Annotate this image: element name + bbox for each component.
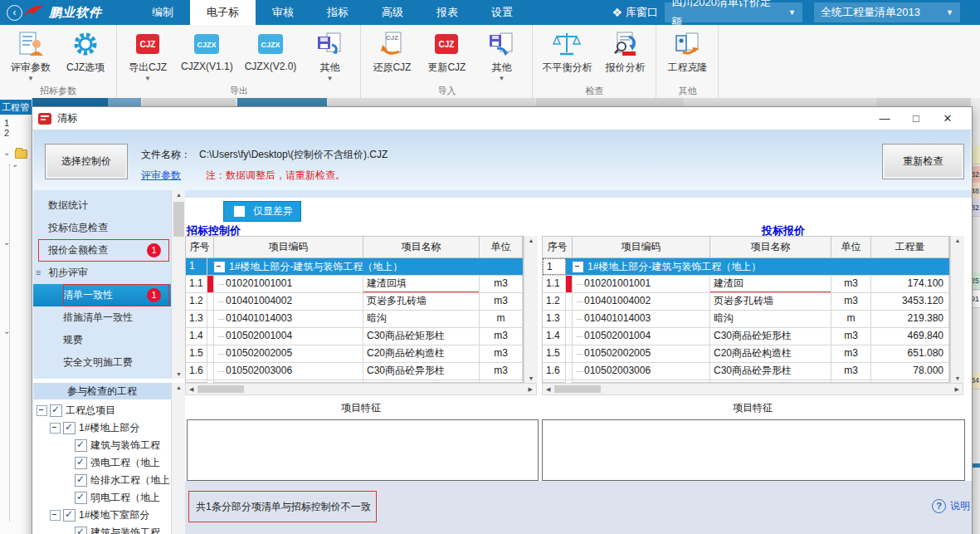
ribbon-button-1-2[interactable]: CJZ选项	[58, 27, 113, 85]
menu-item-1[interactable]: 编制	[135, 0, 190, 25]
maximize-icon[interactable]: □	[900, 108, 932, 130]
tree-checkbox[interactable]	[75, 474, 87, 487]
menu-item-4[interactable]: 指标	[310, 0, 365, 25]
control-price-table[interactable]: 序号项目编码项目名称单位11#楼地上部分-建筑与装饰工程（地上）1.1····0…	[185, 236, 524, 383]
cell-no[interactable]: 1.3	[186, 311, 207, 327]
cell-code[interactable]: ····010401004002	[214, 293, 363, 310]
cell-no[interactable]: 1.2	[186, 293, 207, 310]
cell-code[interactable]: ····010502002005	[214, 345, 363, 362]
project-manager-tab[interactable]: 工程管	[0, 100, 32, 115]
nav-item-2[interactable]: 投标信息检查	[33, 217, 171, 239]
cell-unit[interactable]: m3	[831, 276, 871, 292]
nav-item-6[interactable]: 措施清单一致性	[33, 306, 171, 329]
scroll-up-icon[interactable]: ▲	[172, 192, 186, 198]
tree-checkbox[interactable]	[75, 457, 87, 469]
tree-item-1[interactable]: 工程总项目	[33, 402, 171, 419]
tree-checkbox[interactable]	[75, 527, 87, 534]
ribbon-button-2-4[interactable]: 其他▼	[302, 27, 357, 85]
cell-name[interactable]: 页岩多孔砖墙	[363, 293, 480, 310]
cell-name[interactable]: 暗沟	[363, 311, 480, 327]
ribbon-button-4-2[interactable]: 报价分析	[597, 27, 652, 85]
nav-item-5[interactable]: 清单一致性1	[33, 284, 171, 306]
ribbon-button-1-1[interactable]: 评审参数▼	[3, 27, 58, 85]
tree-item-3[interactable]: 建筑与装饰工程	[33, 437, 171, 454]
column-header-4[interactable]: 单位	[831, 237, 871, 257]
tree-expand-icon[interactable]	[37, 405, 47, 416]
tree-item-8[interactable]: 建筑与装饰工程	[33, 524, 171, 534]
ribbon-button-4-1[interactable]: 不平衡分析	[536, 27, 597, 85]
scrollbar-thumb[interactable]	[197, 385, 244, 393]
cell-name[interactable]: C20商品砼构造柱	[363, 345, 480, 362]
table-row[interactable]: 1.3····010401014003暗沟m	[186, 311, 523, 328]
table-row[interactable]: 1.5····010502002005C20商品砼构造柱m3	[186, 345, 523, 363]
cell-unit[interactable]: m3	[831, 345, 871, 362]
dialog-titlebar[interactable]: 清标 — □ ✕	[32, 107, 972, 130]
table-row[interactable]: 1.6····010502003006C30商品砼异形柱m3	[186, 363, 523, 380]
column-header-3[interactable]: 项目名称	[710, 237, 831, 257]
ribbon-button-2-2[interactable]: CJZXCJZX(V1.1)	[175, 27, 239, 85]
tree-item-6[interactable]: 弱电工程（地上	[33, 489, 171, 507]
cell-code[interactable]: ····010201001001	[214, 276, 363, 292]
close-icon[interactable]: ✕	[932, 108, 963, 130]
cell-unit[interactable]: m3	[480, 363, 523, 380]
cell-code[interactable]: ····010502002005	[573, 345, 710, 362]
table-row[interactable]: 1.2····010401004002页岩多孔砖墙m3	[186, 293, 523, 311]
scroll-up-icon[interactable]: ▲	[951, 238, 964, 243]
cell-unit[interactable]: m	[480, 311, 523, 327]
scroll-up-icon[interactable]: ▲	[172, 385, 186, 390]
menu-item-6[interactable]: 报表	[420, 0, 475, 25]
cell-name[interactable]: C30商品砼异形柱	[363, 363, 480, 380]
cell-code[interactable]: ····010201001001	[573, 276, 710, 292]
library-select-2[interactable]: 全统工程量清单2013▼	[814, 2, 960, 22]
cell-no[interactable]: 1.4	[186, 328, 207, 345]
scroll-up-icon[interactable]: ▲	[524, 238, 538, 243]
select-control-price-button[interactable]: 选择控制价	[45, 144, 128, 179]
column-header-4[interactable]: 单位	[480, 237, 523, 257]
ribbon-button-2-3[interactable]: CJZXCJZX(V2.0)	[239, 27, 303, 85]
bid-table-hscrollbar[interactable]: ◀ ▶	[542, 383, 963, 395]
table-row[interactable]: 1.1····010201001001建渣回m3174.100	[543, 276, 949, 293]
scroll-left-icon[interactable]: ◀	[546, 384, 550, 394]
nav-item-4[interactable]: ≡初步评审	[33, 262, 171, 284]
cell-group-name[interactable]: 1#楼地上部分-建筑与装饰工程（地上）	[566, 258, 949, 275]
cell-no[interactable]: 1.6	[186, 363, 207, 380]
scrollbar-thumb[interactable]	[173, 202, 184, 237]
scroll-right-icon[interactable]: ▶	[955, 384, 959, 394]
table-row[interactable]: 1.3····010401014003暗沟m219.380	[543, 311, 949, 328]
menu-item-7[interactable]: 设置	[475, 0, 529, 25]
tree-expand-icon[interactable]	[50, 423, 61, 434]
column-header-1[interactable]: 序号	[186, 237, 214, 257]
nav-scrollbar[interactable]: ▲ ▼	[171, 190, 186, 379]
bid-table-vscrollbar[interactable]: ▲ ▼	[950, 236, 964, 383]
feature-text-left[interactable]	[187, 419, 539, 481]
column-header-5[interactable]: 工程量	[871, 237, 949, 257]
collapse-icon[interactable]	[573, 262, 583, 272]
ribbon-button-2-1[interactable]: CJZ导出CJZ▼	[120, 27, 175, 85]
recheck-button[interactable]: 重新检查	[882, 144, 964, 179]
tree-expand-icon[interactable]	[50, 510, 61, 521]
feature-text-right[interactable]	[542, 419, 965, 481]
cell-no[interactable]: 1.1	[543, 276, 566, 292]
cell-name[interactable]: C20商品砼构造柱	[710, 345, 831, 362]
cell-name[interactable]: C30商品砼矩形柱	[363, 328, 480, 345]
cell-code[interactable]: ····010502003006	[214, 363, 363, 380]
cell-name[interactable]: C30商品砼矩形柱	[710, 328, 831, 345]
review-params-link[interactable]: 评审参数	[141, 169, 181, 183]
table-row[interactable]: 1.4····010502001004C30商品砼矩形柱m3	[186, 328, 523, 345]
nav-item-7[interactable]: 规费	[33, 329, 171, 351]
cell-qty[interactable]: 174.100	[871, 276, 949, 292]
column-header-3[interactable]: 项目名称	[363, 237, 480, 257]
cell-unit[interactable]: m3	[831, 293, 871, 310]
scroll-down-icon[interactable]: ▼	[524, 375, 538, 381]
cell-no[interactable]: 1	[186, 258, 207, 275]
diff-checkbox[interactable]	[234, 206, 245, 217]
tree-scrollbar[interactable]: ▲	[171, 383, 186, 534]
scroll-left-icon[interactable]: ◀	[189, 384, 193, 394]
tree-item-5[interactable]: 给排水工程（地上	[33, 472, 171, 489]
cell-name[interactable]: 页岩多孔砖墙	[710, 293, 831, 310]
cell-unit[interactable]: m3	[831, 328, 871, 345]
control-table-vscrollbar[interactable]: ▲ ▼	[524, 236, 538, 383]
cell-name[interactable]: 建渣回填	[363, 276, 480, 292]
column-header-1[interactable]: 序号	[543, 237, 573, 257]
cell-unit[interactable]: m3	[480, 276, 523, 292]
